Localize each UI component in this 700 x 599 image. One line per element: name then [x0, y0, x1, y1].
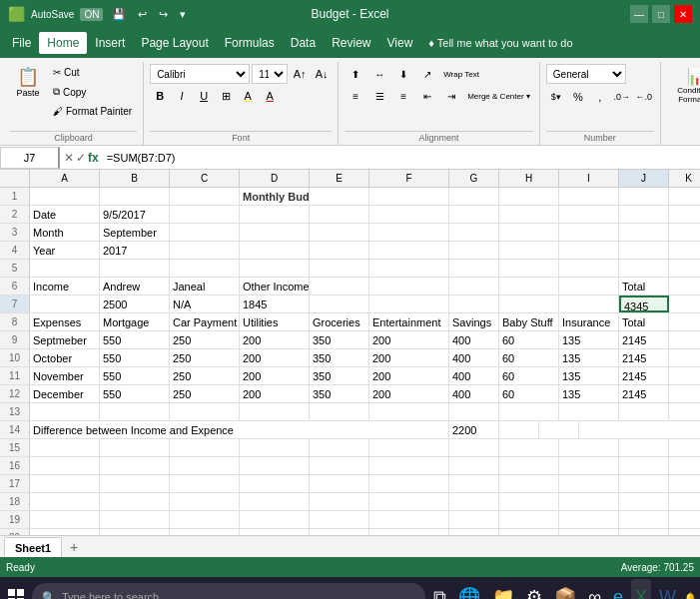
cell-f19[interactable]: [369, 511, 449, 528]
cell-e4[interactable]: [310, 242, 369, 259]
cell-k18[interactable]: [669, 493, 700, 510]
cell-a15[interactable]: [30, 439, 100, 456]
cell-b4[interactable]: 2017: [100, 242, 170, 259]
cell-f13[interactable]: [369, 403, 449, 420]
cell-e17[interactable]: [310, 475, 369, 492]
col-header-h[interactable]: H: [499, 170, 559, 187]
cell-h3[interactable]: [499, 224, 559, 241]
dropbox-btn[interactable]: 📦: [550, 579, 580, 599]
cell-b11[interactable]: 550: [100, 367, 170, 384]
cell-b15[interactable]: [100, 439, 170, 456]
cell-e8[interactable]: Groceries: [310, 313, 369, 330]
cell-a19[interactable]: [30, 511, 100, 528]
copy-btn[interactable]: ⧉ Copy: [48, 83, 137, 101]
cell-k8[interactable]: [669, 313, 700, 330]
cell-i4[interactable]: [559, 242, 619, 259]
cell-g2[interactable]: [449, 206, 499, 223]
cell-d13[interactable]: [240, 403, 310, 420]
cell-d20[interactable]: [240, 529, 310, 535]
cell-e1[interactable]: [310, 188, 369, 205]
cell-e11[interactable]: 350: [310, 367, 369, 384]
decrease-decimal-btn[interactable]: ←.0: [634, 87, 654, 107]
add-sheet-btn[interactable]: +: [64, 537, 84, 557]
cell-g16[interactable]: [449, 457, 499, 474]
font-name-select[interactable]: Calibri: [150, 64, 250, 84]
cell-d16[interactable]: [240, 457, 310, 474]
cell-f1[interactable]: [369, 188, 449, 205]
cell-k3[interactable]: [669, 224, 700, 241]
cell-a10[interactable]: October: [30, 349, 100, 366]
cell-i17[interactable]: [559, 475, 619, 492]
col-header-i[interactable]: I: [559, 170, 619, 187]
cell-d5[interactable]: [240, 260, 310, 277]
cell-j7[interactable]: 4345: [619, 296, 669, 312]
fill-color-btn[interactable]: A: [238, 86, 258, 106]
cell-j3[interactable]: [619, 224, 669, 241]
cell-e12[interactable]: 350: [310, 385, 369, 402]
cell-g1[interactable]: [449, 188, 499, 205]
font-decrease-btn[interactable]: A↓: [312, 64, 332, 84]
cell-d18[interactable]: [240, 493, 310, 510]
edge-btn[interactable]: 🌐: [454, 579, 484, 599]
cell-h12[interactable]: 60: [499, 385, 559, 402]
cell-e15[interactable]: [310, 439, 369, 456]
cell-b7[interactable]: 2500: [100, 296, 170, 312]
cell-a1[interactable]: [30, 188, 100, 205]
col-header-e[interactable]: E: [310, 170, 369, 187]
explorer-btn[interactable]: 📁: [488, 579, 518, 599]
orientation-btn[interactable]: ↗: [416, 64, 438, 84]
cell-h9[interactable]: 60: [499, 331, 559, 348]
cell-h5[interactable]: [499, 260, 559, 277]
cell-j5[interactable]: [619, 260, 669, 277]
cell-d12[interactable]: 200: [240, 385, 310, 402]
app-btn-1[interactable]: ∞: [584, 579, 605, 599]
cell-e9[interactable]: 350: [310, 331, 369, 348]
cell-f15[interactable]: [369, 439, 449, 456]
cell-g5[interactable]: [449, 260, 499, 277]
cell-i1[interactable]: [559, 188, 619, 205]
col-header-g[interactable]: G: [449, 170, 499, 187]
cell-d1[interactable]: Monthly Budget: [240, 188, 310, 205]
cell-i3[interactable]: [559, 224, 619, 241]
cell-i5[interactable]: [559, 260, 619, 277]
cell-a7[interactable]: [30, 296, 100, 312]
number-format-select[interactable]: General: [546, 64, 626, 84]
cell-f4[interactable]: [369, 242, 449, 259]
cell-a2[interactable]: Date: [30, 206, 100, 223]
cell-d3[interactable]: [240, 224, 310, 241]
decrease-indent-btn[interactable]: ⇤: [416, 86, 438, 106]
cell-a18[interactable]: [30, 493, 100, 510]
cell-h17[interactable]: [499, 475, 559, 492]
col-header-j[interactable]: J: [619, 170, 669, 187]
cell-f10[interactable]: 200: [369, 349, 449, 366]
cell-g20[interactable]: [449, 529, 499, 535]
menu-formulas[interactable]: Formulas: [217, 32, 283, 54]
format-painter-btn[interactable]: 🖌 Format Painter: [48, 103, 137, 120]
menu-file[interactable]: File: [4, 32, 39, 54]
ie-btn[interactable]: e: [609, 579, 627, 599]
cell-j11[interactable]: 2145: [619, 367, 669, 384]
cell-c4[interactable]: [170, 242, 240, 259]
border-btn[interactable]: ⊞: [216, 86, 236, 106]
cell-c16[interactable]: [170, 457, 240, 474]
cell-b5[interactable]: [100, 260, 170, 277]
cell-i12[interactable]: 135: [559, 385, 619, 402]
cell-i13[interactable]: [559, 403, 619, 420]
cell-j4[interactable]: [619, 242, 669, 259]
cell-a3[interactable]: Month: [30, 224, 100, 241]
cell-e2[interactable]: [310, 206, 369, 223]
cell-g17[interactable]: [449, 475, 499, 492]
cell-j9[interactable]: 2145: [619, 331, 669, 348]
cell-f9[interactable]: 200: [369, 331, 449, 348]
cell-h10[interactable]: 60: [499, 349, 559, 366]
cell-a4[interactable]: Year: [30, 242, 100, 259]
cell-g3[interactable]: [449, 224, 499, 241]
cell-j14[interactable]: 2200: [449, 421, 499, 438]
cell-i19[interactable]: [559, 511, 619, 528]
undo-btn[interactable]: ↩: [135, 6, 150, 23]
cell-i15[interactable]: [559, 439, 619, 456]
cell-c11[interactable]: 250: [170, 367, 240, 384]
align-right-btn[interactable]: ≡: [392, 86, 414, 106]
cell-b6[interactable]: Andrew: [100, 278, 170, 295]
cell-d11[interactable]: 200: [240, 367, 310, 384]
